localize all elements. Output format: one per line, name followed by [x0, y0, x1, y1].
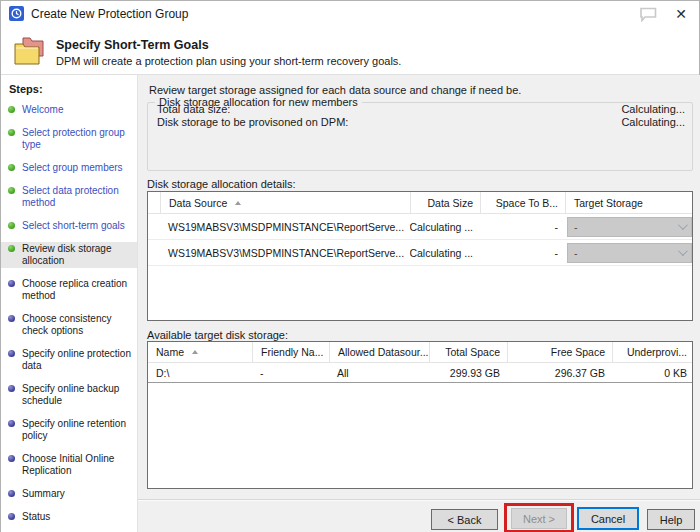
page-subtitle: DPM will create a protection plan using …	[56, 55, 401, 67]
column-header[interactable]: Name	[148, 342, 252, 362]
step-label[interactable]: Select protection group type	[22, 127, 125, 150]
table-row[interactable]: D:\-All299.93 GB296.37 GB0 KB	[148, 363, 692, 383]
help-button[interactable]: Help	[647, 509, 695, 530]
step-label[interactable]: Select short-term goals	[22, 220, 125, 231]
steps-list: WelcomeSelect protection group typeSelec…	[1, 103, 137, 524]
close-icon[interactable]: ✕	[675, 5, 687, 23]
dpm-app-icon	[9, 6, 24, 21]
table-cell-target-storage: -	[565, 240, 693, 265]
step-bullet-icon	[8, 222, 15, 229]
step-label[interactable]: Select group members	[22, 162, 123, 173]
disk-allocation-details-table: Data SourceData SizeSpace To B...Target …	[147, 191, 693, 321]
total-data-size-label: Total data size:	[157, 103, 230, 115]
column-header-label: Underprovi...	[627, 346, 687, 358]
column-header[interactable]: Free Space	[507, 342, 612, 362]
provisioned-storage-label: Disk storage to be provisoned on DPM:	[157, 116, 348, 128]
step-bullet-icon	[8, 513, 15, 520]
column-header[interactable]: Data Source	[160, 192, 410, 213]
column-header-label: Total Space	[445, 346, 500, 358]
sidebar-step[interactable]: Select short-term goals	[1, 219, 137, 233]
column-header[interactable]: Space To B...	[480, 192, 565, 213]
sidebar-step: Choose replica creation method	[1, 277, 137, 303]
table-cell-data-source: WS19MABSV3\MSDPMINSTANCE\ReportServe...	[160, 214, 410, 239]
provisioned-storage-value: Calculating...	[621, 116, 685, 128]
step-bullet-icon	[8, 385, 15, 392]
titlebar: Create New Protection Group ✕	[1, 1, 699, 27]
intro-text: Review target storage assigned for each …	[149, 84, 521, 96]
step-label: Summary	[22, 488, 65, 499]
step-bullet-icon	[8, 129, 15, 136]
wizard-header: Specify Short-Term Goals DPM will create…	[1, 27, 699, 75]
sidebar-step[interactable]: Select group members	[1, 161, 137, 175]
table-cell-friendly-name: -	[252, 363, 329, 382]
step-bullet-icon	[8, 315, 15, 322]
table-cell-space-to-be: -	[480, 240, 565, 265]
main-pane: Review target storage assigned for each …	[138, 75, 700, 532]
step-label: Specify online retention policy	[22, 418, 126, 441]
step-bullet-icon	[8, 187, 15, 194]
step-label: Review disk storage allocation	[22, 243, 111, 266]
table-row[interactable]: WS19MABSV3\MSDPMINSTANCE\ReportServe...C…	[148, 214, 692, 240]
column-header[interactable]: Target Storage	[565, 192, 693, 213]
next-button[interactable]: Next >	[511, 508, 567, 529]
step-label: Choose replica creation method	[22, 278, 127, 301]
sidebar-step: Summary	[1, 487, 137, 501]
column-header[interactable]: Data Size	[410, 192, 480, 213]
step-bullet-icon	[8, 455, 15, 462]
dropdown-selected-value: -	[574, 221, 578, 233]
row-selector-column	[148, 192, 160, 213]
step-bullet-icon	[8, 490, 15, 497]
back-button[interactable]: < Back	[431, 509, 498, 530]
table-header-row: NameFriendly Na...Allowed Datasour...Tot…	[148, 342, 692, 363]
total-data-size-value: Calculating...	[621, 103, 685, 115]
table-cell-total-space: 299.93 GB	[429, 363, 507, 382]
table-row[interactable]: WS19MABSV3\MSDPMINSTANCE\ReportServe...C…	[148, 240, 692, 266]
steps-sidebar: Steps: WelcomeSelect protection group ty…	[1, 75, 138, 532]
total-data-size-row: Total data size: Calculating...	[157, 103, 685, 115]
step-bullet-icon	[8, 106, 15, 113]
table-cell-data-size: Calculating ...	[410, 214, 480, 239]
sidebar-step[interactable]: Select data protection method	[1, 184, 137, 210]
footer-separator	[138, 499, 700, 501]
step-bullet-icon	[8, 164, 15, 171]
table-cell-data-source: WS19MABSV3\MSDPMINSTANCE\ReportServe...	[160, 240, 410, 265]
cancel-button[interactable]: Cancel	[577, 507, 639, 530]
step-label: Choose Initial Online Replication	[22, 453, 114, 476]
column-header[interactable]: Underprovi...	[612, 342, 693, 362]
create-new-protection-group-dialog: Create New Protection Group ✕ Specify Sh…	[0, 0, 700, 532]
step-bullet-icon	[8, 245, 15, 252]
sort-ascending-icon	[235, 201, 241, 205]
column-header-label: Data Size	[427, 197, 473, 209]
column-header-label: Data Source	[169, 197, 227, 209]
sidebar-step[interactable]: Welcome	[1, 103, 137, 117]
step-label[interactable]: Select data protection method	[22, 185, 119, 208]
column-header-label: Space To B...	[496, 197, 558, 209]
step-label[interactable]: Welcome	[22, 104, 64, 115]
sidebar-step: Specify online retention policy	[1, 417, 137, 443]
step-bullet-icon	[8, 280, 15, 287]
disk-allocation-groupbox: Disk storage allocation for new members …	[147, 102, 693, 171]
sidebar-step: Choose consistency check options	[1, 312, 137, 338]
row-selector-cell	[148, 240, 160, 265]
steps-heading: Steps:	[1, 75, 137, 103]
sidebar-step: Specify online protection data	[1, 347, 137, 373]
target-storage-dropdown[interactable]: -	[567, 243, 692, 263]
table-cell-data-size: Calculating ...	[410, 240, 480, 265]
column-header-label: Free Space	[551, 346, 605, 358]
column-header-label: Allowed Datasour...	[338, 346, 428, 358]
column-header[interactable]: Allowed Datasour...	[329, 342, 429, 362]
dropdown-selected-value: -	[574, 247, 578, 259]
column-header-label: Name	[156, 346, 184, 358]
sidebar-step: Choose Initial Online Replication	[1, 452, 137, 478]
table-cell-allowed-datasources: All	[329, 363, 429, 382]
chevron-down-icon	[678, 246, 688, 256]
target-storage-dropdown[interactable]: -	[567, 217, 692, 237]
step-bullet-icon	[8, 350, 15, 357]
feedback-bubble-icon[interactable]	[639, 7, 657, 22]
window-title: Create New Protection Group	[31, 7, 188, 21]
table-cell-name: D:\	[148, 363, 252, 382]
column-header[interactable]: Friendly Na...	[252, 342, 329, 362]
step-label: Status	[22, 511, 50, 522]
sidebar-step[interactable]: Select protection group type	[1, 126, 137, 152]
column-header[interactable]: Total Space	[429, 342, 507, 362]
